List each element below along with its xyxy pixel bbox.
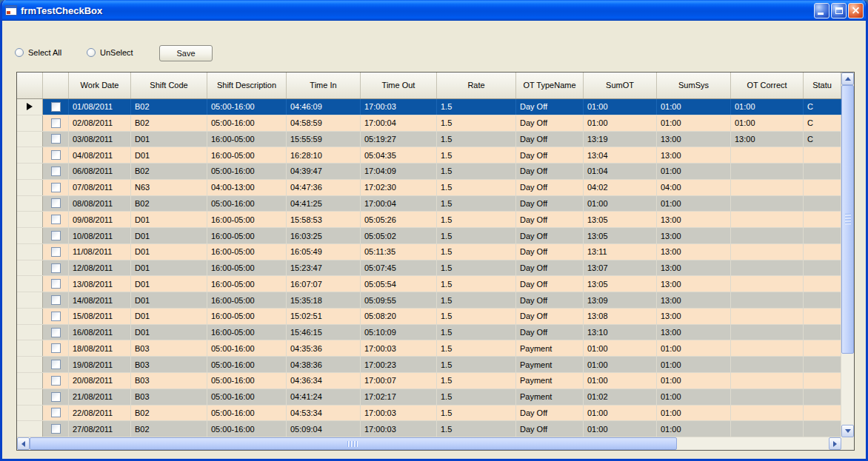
row-checkbox[interactable]: [51, 118, 61, 128]
row-checkbox[interactable]: [51, 150, 61, 160]
scroll-down-button[interactable]: [841, 425, 854, 437]
row-checkbox[interactable]: [51, 343, 61, 353]
cell-time-in: 16:07:07: [287, 276, 361, 292]
column-header-ot-typename[interactable]: OT TypeName: [516, 73, 584, 98]
row-header[interactable]: [17, 406, 43, 421]
grid-row[interactable]: 08/08/2011B0205:00-16:0004:41:2517:00:04…: [17, 196, 841, 212]
grid-row[interactable]: 19/08/2011B0305:00-16:0004:38:3617:00:23…: [17, 357, 841, 373]
row-header[interactable]: [17, 292, 43, 308]
row-header[interactable]: [17, 260, 43, 276]
row-header[interactable]: [17, 244, 43, 260]
row-header[interactable]: [17, 164, 43, 179]
grid-row[interactable]: 07/08/2011N6304:00-13:0004:47:3617:02:30…: [17, 180, 841, 196]
cell-work-date: 20/08/2011: [69, 373, 131, 388]
grid-row[interactable]: 09/08/2011D0116:00-05:0015:58:5305:05:26…: [17, 212, 841, 228]
grid-row[interactable]: 18/08/2011B0305:00-16:0004:35:3617:00:03…: [17, 340, 841, 357]
grid-row[interactable]: 10/08/2011D0116:00-05:0016:03:2505:05:02…: [17, 228, 841, 244]
column-header-ot-correct[interactable]: OT Correct: [731, 73, 804, 98]
grid-row[interactable]: 01/08/2011B0205:00-16:0004:46:0917:00:03…: [17, 99, 841, 115]
row-checkbox[interactable]: [51, 312, 61, 321]
grid-row[interactable]: 03/08/2011D0116:00-05:0015:55:5905:19:27…: [17, 132, 841, 148]
grid-row[interactable]: 27/08/2011B0205:00-16:0005:09:0417:00:03…: [17, 421, 841, 437]
row-header[interactable]: [17, 180, 43, 195]
grid-row[interactable]: 21/08/2011B0305:00-16:0004:41:2417:02:17…: [17, 389, 841, 406]
row-header[interactable]: [17, 99, 43, 115]
row-checkbox[interactable]: [51, 183, 61, 192]
row-checkbox[interactable]: [51, 424, 61, 434]
row-checkbox[interactable]: [51, 360, 61, 369]
scroll-up-button[interactable]: [841, 73, 854, 85]
titlebar[interactable]: frmTestCheckBox: [0, 0, 868, 21]
row-checkbox[interactable]: [51, 392, 61, 402]
cell-sum-ot: 01:00: [584, 340, 657, 356]
cell-ot-correct: [731, 309, 804, 324]
row-checkbox[interactable]: [51, 102, 61, 112]
close-button[interactable]: [848, 3, 864, 18]
grid-row[interactable]: 13/08/2011D0116:00-05:0016:07:0705:05:54…: [17, 276, 841, 292]
row-checkbox[interactable]: [51, 328, 61, 337]
scroll-right-button[interactable]: [829, 437, 841, 450]
column-header-sum-sys[interactable]: SumSys: [657, 73, 731, 98]
grid-row[interactable]: 02/08/2011B0205:00-16:0004:58:5917:00:04…: [17, 115, 841, 132]
cell-ot-typename: Day Off: [516, 180, 584, 195]
column-header-time-out[interactable]: Time Out: [361, 73, 437, 98]
select-all-radio[interactable]: Select All: [15, 48, 61, 57]
row-header[interactable]: [17, 196, 43, 212]
row-header[interactable]: [17, 132, 43, 147]
scroll-left-button[interactable]: [17, 437, 30, 450]
row-checkbox[interactable]: [51, 231, 61, 240]
row-checkbox[interactable]: [51, 166, 61, 176]
row-checkbox[interactable]: [51, 279, 61, 289]
maximize-button[interactable]: [831, 3, 847, 18]
row-header[interactable]: [17, 340, 43, 356]
horizontal-scroll-thumb[interactable]: [30, 437, 677, 450]
checkbox-column-header[interactable]: [43, 73, 69, 98]
column-header-work-date[interactable]: Work Date: [69, 73, 131, 98]
grid-row[interactable]: 12/08/2011D0116:00-05:0015:23:4705:07:45…: [17, 260, 841, 277]
grid-row[interactable]: 06/08/2011B0205:00-16:0004:39:4717:04:09…: [17, 164, 841, 180]
horizontal-scrollbar[interactable]: [17, 437, 841, 450]
unselect-radio[interactable]: UnSelect: [87, 48, 133, 57]
row-header[interactable]: [17, 373, 43, 388]
row-header[interactable]: [17, 309, 43, 324]
row-header[interactable]: [17, 147, 43, 163]
vertical-scrollbar[interactable]: [841, 73, 854, 437]
row-header[interactable]: [17, 389, 43, 405]
row-checkbox[interactable]: [51, 198, 61, 208]
row-header[interactable]: [17, 357, 43, 372]
row-header[interactable]: [17, 228, 43, 243]
grid-row[interactable]: 04/08/2011D0116:00-05:0016:28:1005:04:35…: [17, 147, 841, 164]
row-checkbox[interactable]: [51, 134, 61, 144]
cell-sum-ot: 01:00: [584, 357, 657, 372]
column-header-sum-ot[interactable]: SumOT: [584, 73, 657, 98]
horizontal-scroll-track[interactable]: [30, 437, 829, 450]
row-header[interactable]: [17, 276, 43, 292]
column-header-shift-description[interactable]: Shift Description: [207, 73, 287, 98]
row-checkbox[interactable]: [51, 408, 61, 417]
column-header-time-in[interactable]: Time In: [287, 73, 361, 98]
grid-row[interactable]: 20/08/2011B0305:00-16:0004:36:3417:00:07…: [17, 373, 841, 389]
row-checkbox[interactable]: [51, 376, 61, 386]
grid-row[interactable]: 14/08/2011D0116:00-05:0015:35:1805:09:55…: [17, 292, 841, 309]
row-checkbox[interactable]: [51, 215, 61, 224]
grid-row[interactable]: 16/08/2011D0116:00-05:0015:46:1505:10:09…: [17, 325, 841, 341]
row-header[interactable]: [17, 212, 43, 227]
minimize-button[interactable]: [814, 3, 829, 18]
column-header-rate[interactable]: Rate: [437, 73, 516, 98]
save-button[interactable]: Save: [159, 45, 213, 61]
grid-row[interactable]: 22/08/2011B0205:00-16:0004:53:3417:00:03…: [17, 406, 841, 422]
row-header[interactable]: [17, 115, 43, 131]
grid-row[interactable]: 11/08/2011D0116:00-05:0016:05:4905:11:35…: [17, 244, 841, 260]
grid-row[interactable]: 15/08/2011D0116:00-05:0015:02:5105:08:20…: [17, 309, 841, 325]
row-header[interactable]: [17, 325, 43, 340]
grid-corner-header[interactable]: [17, 73, 43, 98]
row-header[interactable]: [17, 421, 43, 437]
vertical-scroll-track[interactable]: [841, 85, 854, 425]
column-header-status[interactable]: Statu: [804, 73, 841, 98]
cell-time-in: 16:05:49: [287, 244, 361, 260]
vertical-scroll-thumb[interactable]: [841, 85, 854, 354]
row-checkbox[interactable]: [51, 247, 61, 257]
row-checkbox[interactable]: [51, 263, 61, 273]
column-header-shift-code[interactable]: Shift Code: [131, 73, 207, 98]
row-checkbox[interactable]: [51, 295, 61, 305]
